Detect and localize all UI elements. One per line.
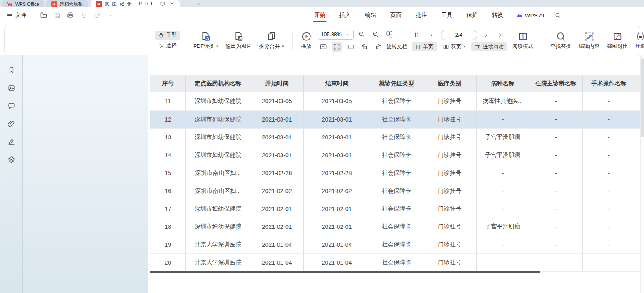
table-cell: - — [582, 128, 635, 146]
continuous-read-button[interactable]: 连续阅读 — [471, 42, 507, 51]
first-page-button[interactable] — [412, 30, 422, 40]
menu-item[interactable]: 转换 — [485, 7, 510, 23]
play-button[interactable]: 播放 — [297, 31, 315, 50]
column-header — [635, 75, 640, 92]
menu-item[interactable]: 工具 — [434, 7, 459, 23]
rotate-doc-button[interactable]: 旋转文档 — [387, 43, 407, 50]
file-menu-button[interactable]: 文件 — [7, 12, 26, 19]
wps-ai-button[interactable]: WPS AI — [510, 12, 550, 19]
menu-item[interactable]: 编辑 — [358, 7, 383, 23]
table-cell: 2021-02-01 — [304, 200, 370, 218]
table-cell — [635, 92, 640, 110]
table-header-row: 序号定点医药机构名称开始时间结束时间就诊凭证类型医疗类别病种名称住院主诊断名称手… — [150, 75, 640, 92]
print-button[interactable] — [65, 10, 76, 20]
menu-item[interactable]: 插入 — [332, 7, 358, 23]
table-cell: 17 — [150, 200, 186, 218]
zoom-in-button[interactable] — [370, 30, 381, 39]
tab-list-chevron-icon[interactable] — [196, 2, 200, 6]
next-page-button[interactable] — [481, 30, 492, 40]
rotate-right-icon — [374, 43, 382, 50]
pdf-file-icon: P — [96, 1, 102, 7]
tab-wps-home[interactable]: WPS Office — [2, 0, 44, 7]
zoom-out-button[interactable] — [357, 30, 367, 39]
rotate-left-button[interactable] — [359, 42, 370, 52]
single-page-button[interactable]: 单页 — [412, 42, 437, 51]
table-cell: 深圳市妇幼保健院 — [186, 92, 250, 110]
pdf-convert-label: PDF转换 — [193, 43, 214, 50]
swap-pages-icon — [385, 30, 393, 38]
table-cell: 社会保障卡 — [370, 218, 423, 236]
scrollbar-thumb[interactable] — [641, 58, 644, 137]
undo-icon — [80, 12, 87, 19]
thumbnail-icon — [7, 84, 15, 92]
page-number-input[interactable]: 2/4 — [441, 30, 477, 40]
export-image-button[interactable]: 输出为图片 — [222, 31, 256, 50]
table-cell — [635, 236, 640, 253]
undo-button[interactable] — [78, 10, 89, 20]
bookmarks-panel-button[interactable] — [5, 65, 17, 75]
previous-page-button[interactable] — [426, 30, 437, 40]
table-cell: - — [582, 110, 635, 128]
divider — [292, 31, 293, 50]
double-page-label: 双页 — [451, 43, 462, 50]
rotate-right-button[interactable] — [373, 42, 384, 52]
single-page-icon — [415, 44, 421, 50]
menu-item[interactable]: 开始 — [307, 7, 332, 23]
pdf-convert-button[interactable]: PDF转换▾ — [190, 31, 222, 50]
tab-document-active[interactable]: P 就医记录.PDF — [91, 0, 180, 7]
thumbnails-panel-button[interactable] — [5, 83, 17, 93]
menu-item[interactable]: 批注 — [409, 7, 434, 23]
table-row: 11深圳市妇幼保健院2021-03-052021-03-05社会保障卡门诊挂号病… — [150, 92, 640, 110]
navigation-panel — [23, 55, 148, 293]
table-cell: - — [582, 236, 635, 253]
attachments-panel-button[interactable] — [5, 119, 17, 129]
one-to-one-icon — [320, 43, 327, 50]
chevron-down-icon: ▾ — [282, 44, 284, 48]
edit-content-button[interactable]: 编辑内容 — [575, 31, 603, 50]
new-tab-icon[interactable] — [185, 1, 191, 7]
table-cell: 子宫平滑肌瘤 — [476, 146, 529, 164]
save-button[interactable] — [52, 10, 62, 20]
select-tool-label: 选择 — [166, 42, 177, 50]
find-replace-button[interactable]: 查找替换 — [547, 31, 575, 50]
redo-button[interactable] — [92, 10, 102, 20]
zoom-level-select[interactable]: 105.88% — [318, 30, 354, 40]
last-page-button[interactable] — [496, 30, 507, 40]
ribbon-toolbar: 手型 选择 PDF转换▾ 输出为图片 拆分合并▾ 播放 — [4, 26, 640, 55]
read-mode-button[interactable]: 阅读模式 — [509, 31, 537, 50]
split-merge-button[interactable]: 拆分合并▾ — [255, 31, 288, 50]
table-cell: 2021-02-02 — [250, 182, 304, 200]
pdf-page[interactable]: 序号定点医药机构名称开始时间结束时间就诊凭证类型医疗类别病种名称住院主诊断名称手… — [149, 55, 640, 293]
next-page-icon — [483, 32, 489, 38]
double-page-button[interactable]: 双页 ▾ — [439, 42, 469, 51]
tab-docer-templates[interactable]: 找稻壳模板 — [46, 0, 88, 7]
screenshot-compare-label: 截图对比 — [607, 43, 628, 50]
table-cell: - — [476, 182, 529, 200]
open-file-button[interactable] — [38, 10, 49, 20]
actual-size-button[interactable] — [318, 42, 329, 52]
signature-panel-button[interactable] — [5, 137, 17, 146]
table-cell: 门诊挂号 — [423, 182, 476, 200]
fit-width-button[interactable] — [345, 42, 356, 52]
layers-panel-button[interactable] — [5, 154, 17, 164]
vertical-scrollbar[interactable] — [640, 55, 644, 293]
close-tab-icon[interactable] — [170, 2, 175, 7]
replace-pages-button[interactable] — [384, 30, 395, 39]
table-cell — [635, 253, 640, 271]
comments-panel-button[interactable] — [5, 101, 17, 111]
divider — [185, 31, 185, 50]
menu-search-button[interactable] — [550, 12, 565, 19]
compress-button[interactable]: 压缩 — [632, 31, 644, 50]
menu-item[interactable]: 保护 — [459, 7, 485, 23]
fit-page-button[interactable] — [332, 42, 342, 52]
table-cell: 12 — [150, 110, 186, 128]
quickbar-more-button[interactable] — [105, 10, 116, 20]
select-tool-button[interactable]: 选择 — [155, 42, 180, 50]
screenshot-compare-button[interactable]: 截图对比 — [603, 31, 632, 50]
hand-tool-button[interactable]: 手型 — [155, 31, 180, 40]
menu-item[interactable]: 页面 — [383, 7, 409, 23]
table-cell: 社会保障卡 — [370, 182, 423, 200]
detach-window-icon[interactable] — [160, 1, 165, 7]
double-page-icon — [443, 44, 449, 50]
edit-content-label: 编辑内容 — [579, 43, 599, 50]
